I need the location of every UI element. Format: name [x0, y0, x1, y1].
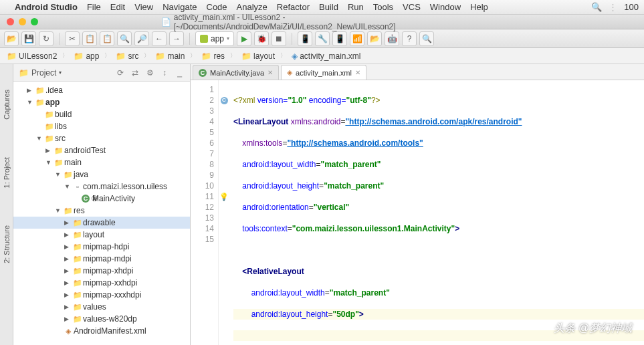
- run-button[interactable]: ▶: [237, 31, 251, 46]
- forward-button[interactable]: →: [169, 31, 184, 46]
- bluetooth-icon[interactable]: ⋮: [609, 2, 617, 12]
- tree-node-app[interactable]: ▼📁 app: [13, 96, 190, 108]
- close-tab-icon[interactable]: ✕: [355, 69, 360, 76]
- tree-node-drawable[interactable]: ▶📁 drawable: [13, 217, 190, 229]
- help-button[interactable]: ?: [402, 31, 417, 46]
- crumb-res[interactable]: 📁res: [197, 51, 229, 61]
- sdk-button[interactable]: 🔧: [315, 31, 330, 46]
- monitor-button[interactable]: 📶: [350, 31, 364, 46]
- minimize-window-button[interactable]: [19, 18, 26, 25]
- tree-label: com.maizi.lesson.uiless: [83, 182, 167, 191]
- tree-node--idea[interactable]: ▶📁 .idea: [13, 84, 190, 96]
- sidetab-captures[interactable]: Captures: [3, 84, 11, 125]
- tree-label: res: [74, 206, 85, 215]
- panel-title: Project: [31, 68, 56, 78]
- tree-node-androidmanifest-xml[interactable]: ◈ AndroidManifest.xml: [13, 325, 190, 337]
- stop-button[interactable]: ⏹: [272, 31, 286, 46]
- tab-mainactivity[interactable]: CMainActivity.java✕: [193, 65, 279, 80]
- back-button[interactable]: ←: [152, 31, 167, 46]
- code-editor[interactable]: 123456789101112131415 C💡 <?xml version="…: [191, 80, 644, 345]
- tree-node-mipmap-xhdpi[interactable]: ▶📁 mipmap-xhdpi: [13, 265, 190, 277]
- dir-icon: 📁: [72, 291, 83, 300]
- sidetab-structure[interactable]: 2: Structure: [3, 220, 11, 269]
- tree-node-com-maizi-lesson-uiless[interactable]: ▼▫ com.maizi.lesson.uiless: [13, 181, 190, 193]
- tree-label: src: [55, 134, 66, 143]
- tree-node-java[interactable]: ▼📁 java: [13, 168, 190, 181]
- menu-help[interactable]: Help: [470, 2, 488, 12]
- tree-node-layout[interactable]: ▶📁 layout: [13, 229, 190, 241]
- cut-button[interactable]: ✂: [65, 31, 80, 46]
- sidetab-project[interactable]: 1: Project: [3, 152, 11, 193]
- tree-node-mipmap-hdpi[interactable]: ▶📁 mipmap-hdpi: [13, 241, 190, 253]
- minimize-panel-button[interactable]: ⎯: [174, 68, 185, 78]
- spotlight-icon[interactable]: 🔍: [591, 2, 602, 12]
- window-titlebar: 📄 activity_main.xml - UILesson2 - [~/Doc…: [0, 15, 644, 29]
- crumb-file[interactable]: ◈activity_main.xml: [288, 51, 364, 61]
- cls-icon: C ⓐ: [82, 194, 92, 203]
- project-structure-button[interactable]: 📂: [367, 31, 382, 46]
- menu-analyze[interactable]: Analyze: [237, 2, 267, 12]
- crumb-main[interactable]: 📁main: [151, 51, 189, 61]
- tab-activity-main-xml[interactable]: ◈activity_main.xml✕: [281, 65, 366, 80]
- tree-node-mipmap-xxxhdpi[interactable]: ▶📁 mipmap-xxxhdpi: [13, 289, 190, 301]
- tree-node-src[interactable]: ▼📁 src: [13, 132, 190, 144]
- find-button[interactable]: 🔍: [117, 31, 132, 46]
- menu-view[interactable]: View: [134, 2, 153, 12]
- menu-edit[interactable]: Edit: [110, 2, 125, 12]
- menu-file[interactable]: File: [87, 2, 101, 12]
- hide-button[interactable]: ↕: [159, 68, 170, 78]
- close-tab-icon[interactable]: ✕: [267, 69, 273, 76]
- crumb-app[interactable]: 📁app: [70, 51, 103, 61]
- ddms-button[interactable]: 📱: [332, 31, 347, 46]
- dir-icon: 📁: [72, 255, 83, 263]
- save-button[interactable]: 💾: [21, 31, 36, 46]
- close-window-button[interactable]: [7, 18, 14, 25]
- sync-button[interactable]: ↻: [39, 31, 53, 46]
- tree-node-build[interactable]: 📁 build: [13, 108, 190, 120]
- crumb-layout[interactable]: 📁layout: [237, 51, 279, 61]
- tree-node-res[interactable]: ▼📁 res: [13, 205, 190, 217]
- dropdown-icon[interactable]: ▾: [59, 70, 62, 76]
- tree-node-mipmap-mdpi[interactable]: ▶📁 mipmap-mdpi: [13, 253, 190, 265]
- open-button[interactable]: 📂: [4, 31, 19, 46]
- scroll-from-source-button[interactable]: ⟳: [115, 68, 126, 78]
- avd-button[interactable]: 📱: [298, 31, 312, 46]
- menu-refactor[interactable]: Refactor: [277, 2, 310, 12]
- paste-button[interactable]: 📋: [100, 31, 114, 46]
- collapse-all-button[interactable]: ⇄: [130, 68, 140, 78]
- zoom-window-button[interactable]: [31, 18, 38, 25]
- menu-navigate[interactable]: Navigate: [163, 2, 197, 12]
- class-gutter-icon[interactable]: C: [221, 97, 228, 104]
- menu-code[interactable]: Code: [207, 2, 227, 12]
- tree-node-mipmap-xxhdpi[interactable]: ▶📁 mipmap-xxhdpi: [13, 277, 190, 289]
- tree-node-values[interactable]: ▶📁 values: [13, 301, 190, 313]
- tree-label: values-w820dp: [83, 314, 137, 324]
- app-menu[interactable]: Android Studio: [15, 2, 78, 12]
- menu-run[interactable]: Run: [348, 2, 364, 12]
- code-body[interactable]: <?xml version="1.0" encoding="utf-8"?> <…: [229, 80, 644, 345]
- folder-icon: 📁: [201, 51, 211, 61]
- debug-button[interactable]: 🐞: [254, 31, 269, 46]
- gear-icon[interactable]: ⚙: [144, 68, 155, 78]
- project-tree[interactable]: ▶📁 .idea▼📁 app📁 build📁 libs▼📁 src▶📁 andr…: [13, 82, 190, 345]
- intention-bulb-icon[interactable]: 💡: [219, 191, 229, 202]
- tree-node-androidtest[interactable]: ▶📁 androidTest: [13, 144, 190, 156]
- menu-window[interactable]: Window: [430, 2, 461, 12]
- copy-button[interactable]: 📋: [82, 31, 97, 46]
- crumb-root[interactable]: 📁UILesson2: [3, 51, 61, 61]
- menu-tools[interactable]: Tools: [373, 2, 393, 12]
- search-everywhere-button[interactable]: 🔍: [419, 31, 434, 46]
- android-button[interactable]: 🤖: [385, 31, 399, 46]
- menu-build[interactable]: Build: [319, 2, 338, 12]
- tree-node-mainactivity[interactable]: C ⓐ MainActivity: [13, 193, 190, 205]
- replace-button[interactable]: 🔎: [134, 31, 149, 46]
- tree-label: androidTest: [64, 146, 106, 155]
- folder-icon: 📁: [155, 51, 165, 61]
- tree-node-values-w820dp[interactable]: ▶📁 values-w820dp: [13, 313, 190, 325]
- tree-node-main[interactable]: ▼📁 main: [13, 156, 190, 168]
- menu-vcs[interactable]: VCS: [403, 2, 421, 12]
- crumb-src[interactable]: 📁src: [112, 51, 142, 61]
- tree-node-libs[interactable]: 📁 libs: [13, 120, 190, 132]
- tree-label: app: [45, 98, 60, 107]
- run-config-selector[interactable]: app ▾: [195, 31, 234, 46]
